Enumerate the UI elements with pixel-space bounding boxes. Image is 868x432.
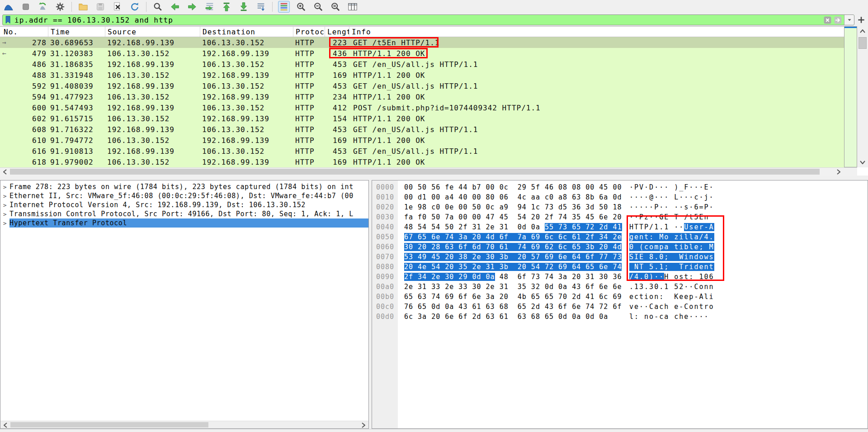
scroll-up-icon[interactable] bbox=[857, 27, 868, 35]
filter-bookmark-icon[interactable] bbox=[4, 15, 13, 24]
detail-line[interactable]: >Frame 278: 223 bytes on wire (1784 bits… bbox=[0, 182, 368, 191]
hex-row[interactable]: 0030fa f0 50 7a 00 00 47 45 54 20 2f 74 … bbox=[372, 212, 868, 222]
packet-row[interactable]: 60091.547493192.168.99.139106.13.30.152H… bbox=[0, 102, 844, 113]
hex-bytes[interactable]: 65 63 74 69 6f 6e 3a 20 4b 65 65 70 2d 4… bbox=[404, 292, 629, 302]
packet-row[interactable]: 61891.979002106.13.30.152192.168.99.139H… bbox=[0, 157, 844, 167]
hex-bytes[interactable]: fa f0 50 7a 00 00 47 45 54 20 2f 74 35 4… bbox=[404, 212, 629, 222]
details-horizontal-scrollbar[interactable] bbox=[0, 421, 368, 428]
packet-row[interactable]: 48831.331948106.13.30.152192.168.99.139H… bbox=[0, 70, 844, 81]
packet-row[interactable]: →27830.689653192.168.99.139106.13.30.152… bbox=[0, 37, 844, 48]
horizontal-scroll-thumb[interactable] bbox=[10, 169, 820, 175]
hex-ascii[interactable]: gent: Mo zilla/4. bbox=[629, 232, 714, 242]
column-header-length[interactable]: Length bbox=[325, 27, 349, 37]
hex-ascii[interactable]: ection: Keep-Ali bbox=[629, 292, 714, 302]
scroll-left-icon[interactable] bbox=[1, 168, 9, 176]
packet-row[interactable]: 59291.408039192.168.99.139106.13.30.152H… bbox=[0, 81, 844, 91]
display-filter-field[interactable]: ip.addr == 106.13.30.152 and http bbox=[2, 14, 854, 25]
hex-ascii[interactable]: /4.0)··H ost: 106 bbox=[629, 272, 714, 282]
go-back-icon[interactable] bbox=[169, 1, 181, 13]
packet-row[interactable]: 61691.910813192.168.99.139106.13.30.152H… bbox=[0, 146, 844, 157]
hex-bytes[interactable]: 2e 31 33 2e 33 30 2e 31 35 32 0d 0a 43 6… bbox=[404, 282, 629, 292]
hex-bytes[interactable]: 48 54 54 50 2f 31 2e 31 0d 0a 55 73 65 7… bbox=[404, 222, 629, 232]
hex-row[interactable]: 00c076 65 0d 0a 43 61 63 68 65 2d 43 6f … bbox=[372, 302, 868, 312]
hex-row[interactable]: 000000 50 56 fe 44 b7 00 0c 29 5f 46 08 … bbox=[372, 182, 868, 192]
hex-row[interactable]: 00b065 63 74 69 6f 6e 3a 20 4b 65 65 70 … bbox=[372, 292, 868, 302]
find-packet-icon[interactable] bbox=[152, 1, 164, 13]
zoom-in-icon[interactable] bbox=[295, 1, 307, 13]
expand-arrow-icon[interactable]: > bbox=[0, 193, 9, 199]
hex-bytes[interactable]: 67 65 6e 74 3a 20 4d 6f 7a 69 6c 6c 61 2… bbox=[404, 232, 629, 242]
apply-filter-icon[interactable] bbox=[834, 16, 842, 24]
packet-row[interactable]: 59491.477923106.13.30.152192.168.99.139H… bbox=[0, 91, 844, 102]
zoom-out-icon[interactable] bbox=[312, 1, 324, 13]
hex-ascii[interactable]: ··Pz··GE T /t5En bbox=[629, 212, 714, 222]
stop-capture-icon[interactable] bbox=[20, 1, 32, 13]
resize-columns-icon[interactable] bbox=[347, 1, 359, 13]
hex-bytes[interactable]: 30 20 28 63 6f 6d 70 61 74 69 62 6c 65 3… bbox=[404, 242, 629, 252]
scroll-right-icon[interactable] bbox=[359, 421, 368, 429]
hex-bytes[interactable]: 6c 3a 20 6e 6f 2d 63 61 63 68 65 0d 0a 0… bbox=[404, 312, 629, 322]
packet-list-horizontal-scrollbar[interactable] bbox=[0, 167, 857, 176]
hex-row[interactable]: 006030 20 28 63 6f 6d 70 61 74 69 62 6c … bbox=[372, 242, 868, 252]
hex-row[interactable]: 004048 54 54 50 2f 31 2e 31 0d 0a 55 73 … bbox=[372, 222, 868, 232]
scroll-right-icon[interactable] bbox=[835, 168, 843, 176]
open-file-icon[interactable] bbox=[77, 1, 89, 13]
detail-line[interactable]: >Internet Protocol Version 4, Src: 192.1… bbox=[0, 200, 368, 209]
reload-file-icon[interactable] bbox=[129, 1, 141, 13]
hex-ascii[interactable]: SIE 8.0; Windows bbox=[629, 252, 714, 262]
hex-ascii[interactable]: .13.30.1 52··Conn bbox=[629, 282, 714, 292]
hex-bytes[interactable]: 00 d1 00 a4 40 00 80 06 4c aa c0 a8 63 8… bbox=[404, 192, 629, 202]
hex-ascii[interactable]: ·····P·· ··s·6=P· bbox=[629, 202, 714, 212]
packet-row[interactable]: 61091.794772106.13.30.152192.168.99.139H… bbox=[0, 135, 844, 146]
save-file-icon[interactable] bbox=[94, 1, 106, 13]
hex-row[interactable]: 00a02e 31 33 2e 33 30 2e 31 35 32 0d 0a … bbox=[372, 282, 868, 292]
expand-arrow-icon[interactable]: > bbox=[0, 211, 9, 218]
add-filter-button-icon[interactable] bbox=[857, 15, 866, 24]
hex-bytes[interactable]: 53 49 45 20 38 2e 30 3b 20 57 69 6e 64 6… bbox=[404, 252, 629, 262]
go-first-icon[interactable] bbox=[221, 1, 232, 13]
packet-list-minimap[interactable] bbox=[844, 26, 857, 167]
clear-filter-icon[interactable] bbox=[823, 16, 832, 24]
hex-row[interactable]: 00201e 98 c0 0e 00 50 0c a9 94 1c 73 d5 … bbox=[372, 202, 868, 212]
horizontal-scroll-thumb[interactable] bbox=[10, 422, 208, 427]
hex-row[interactable]: 008020 4e 54 20 35 2e 31 3b 20 54 72 69 … bbox=[372, 262, 868, 272]
expand-arrow-icon[interactable]: > bbox=[0, 202, 9, 209]
hex-row[interactable]: 007053 49 45 20 38 2e 30 3b 20 57 69 6e … bbox=[372, 252, 868, 262]
zoom-reset-icon[interactable] bbox=[330, 1, 341, 13]
hex-ascii[interactable]: l: no-ca che···· bbox=[629, 312, 709, 322]
hex-bytes[interactable]: 2f 34 2e 30 29 0d 0a 48 6f 73 74 3a 20 3… bbox=[404, 272, 629, 282]
packet-list-vertical-scrollbar[interactable] bbox=[857, 26, 868, 167]
hex-row[interactable]: 001000 d1 00 a4 40 00 80 06 4c aa c0 a8 … bbox=[372, 192, 868, 202]
column-header-no[interactable]: No. bbox=[0, 27, 48, 37]
start-capture-icon[interactable] bbox=[3, 1, 14, 13]
hex-ascii[interactable]: HTTP/1.1 ··User-A bbox=[629, 222, 714, 232]
column-header-time[interactable]: Time bbox=[48, 27, 105, 37]
vertical-scroll-thumb[interactable] bbox=[859, 37, 867, 49]
hex-bytes[interactable]: 00 50 56 fe 44 b7 00 0c 29 5f 46 08 08 0… bbox=[404, 182, 629, 192]
column-header-destination[interactable]: Destination bbox=[200, 27, 293, 37]
packet-row[interactable]: 60891.716322192.168.99.139106.13.30.152H… bbox=[0, 124, 844, 135]
restart-capture-icon[interactable] bbox=[37, 1, 49, 13]
hex-ascii[interactable]: ·PV·D··· )_F···E· bbox=[629, 182, 714, 192]
close-file-icon[interactable] bbox=[112, 1, 123, 13]
hex-bytes[interactable]: 20 4e 54 20 35 2e 31 3b 20 54 72 69 64 6… bbox=[404, 262, 629, 272]
scroll-left-icon[interactable] bbox=[1, 421, 9, 429]
expand-arrow-icon[interactable]: > bbox=[0, 220, 9, 227]
hex-bytes[interactable]: 76 65 0d 0a 43 61 63 68 65 2d 43 6f 6e 7… bbox=[404, 302, 629, 312]
column-header-source[interactable]: Source bbox=[105, 27, 200, 37]
display-filter-input[interactable]: ip.addr == 106.13.30.152 and http bbox=[13, 16, 823, 24]
filter-history-dropdown-icon[interactable] bbox=[844, 15, 854, 25]
column-header-info[interactable]: Info bbox=[349, 27, 857, 37]
packet-row[interactable]: 60291.615715106.13.30.152192.168.99.139H… bbox=[0, 113, 844, 124]
go-forward-icon[interactable] bbox=[186, 1, 198, 13]
detail-line[interactable]: >Hypertext Transfer Protocol bbox=[0, 218, 368, 228]
hex-bytes[interactable]: 1e 98 c0 0e 00 50 0c a9 94 1c 73 d5 36 3… bbox=[404, 202, 629, 212]
detail-line[interactable]: >Ethernet II, Src: VMware_5f:46:08 (00:0… bbox=[0, 191, 368, 200]
go-last-icon[interactable] bbox=[238, 1, 250, 13]
detail-line[interactable]: >Transmission Control Protocol, Src Port… bbox=[0, 209, 368, 218]
hex-row[interactable]: 00902f 34 2e 30 29 0d 0a 48 6f 73 74 3a … bbox=[372, 272, 868, 282]
hex-row[interactable]: 00d06c 3a 20 6e 6f 2d 63 61 63 68 65 0d … bbox=[372, 312, 868, 322]
go-to-packet-icon[interactable] bbox=[203, 1, 215, 13]
hex-ascii[interactable]: ····@··· L···c·j· bbox=[629, 192, 714, 202]
packet-row[interactable]: 48631.186835192.168.99.139106.13.30.152H… bbox=[0, 59, 844, 70]
